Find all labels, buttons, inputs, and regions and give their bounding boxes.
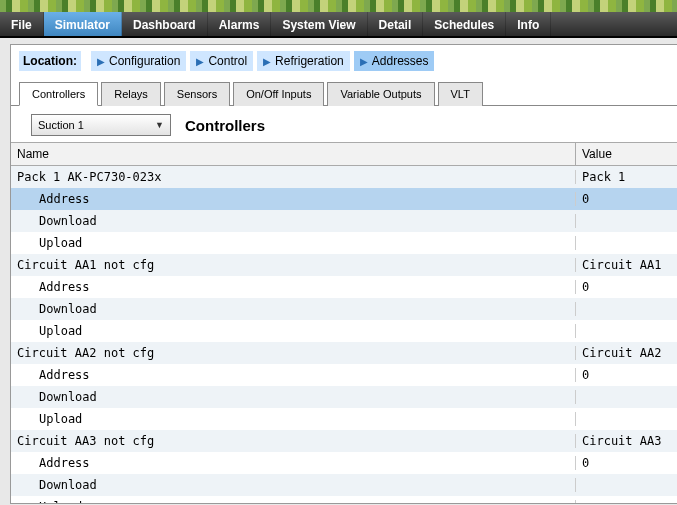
cell-value: 0 — [576, 192, 677, 206]
breadcrumb-item-configuration[interactable]: ▶Configuration — [91, 51, 186, 71]
table-row[interactable]: Pack 1 AK-PC730-023xPack 1 — [11, 166, 677, 188]
table-row[interactable]: Download — [11, 298, 677, 320]
table-row[interactable]: Download — [11, 474, 677, 496]
cell-name: Address — [11, 280, 576, 294]
breadcrumb-item-label: Addresses — [372, 54, 429, 68]
breadcrumb-arrow-icon: ▶ — [360, 56, 368, 67]
table-row[interactable]: Upload — [11, 320, 677, 342]
cell-name: Address — [11, 368, 576, 382]
breadcrumb-arrow-icon: ▶ — [263, 56, 271, 67]
table-row[interactable]: Address0 — [11, 276, 677, 298]
cell-value: Circuit AA1 — [576, 258, 677, 272]
tab-sensors[interactable]: Sensors — [164, 82, 230, 106]
menu-item-file[interactable]: File — [0, 12, 44, 36]
cell-name: Address — [11, 192, 576, 206]
breadcrumb: Location: ▶Configuration▶Control▶Refrige… — [11, 45, 677, 81]
table-row[interactable]: Address0 — [11, 188, 677, 210]
cell-name: Upload — [11, 412, 576, 426]
cell-name: Upload — [11, 500, 576, 503]
column-header-value[interactable]: Value — [576, 143, 677, 165]
table-header: Name Value — [11, 142, 677, 166]
cell-name: Pack 1 AK-PC730-023x — [11, 170, 576, 184]
cell-name: Download — [11, 478, 576, 492]
menu-item-info[interactable]: Info — [506, 12, 551, 36]
main-menubar: FileSimulatorDashboardAlarmsSystem ViewD… — [0, 12, 677, 38]
tabbar: ControllersRelaysSensorsOn/Off InputsVar… — [11, 81, 677, 106]
chevron-down-icon: ▼ — [155, 120, 164, 130]
cell-value: Circuit AA2 — [576, 346, 677, 360]
cell-name: Circuit AA3 not cfg — [11, 434, 576, 448]
tab-relays[interactable]: Relays — [101, 82, 161, 106]
breadcrumb-arrow-icon: ▶ — [97, 56, 105, 67]
breadcrumb-item-control[interactable]: ▶Control — [190, 51, 253, 71]
table-row[interactable]: Address0 — [11, 452, 677, 474]
table-row[interactable]: Circuit AA1 not cfgCircuit AA1 — [11, 254, 677, 276]
breadcrumb-arrow-icon: ▶ — [196, 56, 204, 67]
menu-item-schedules[interactable]: Schedules — [423, 12, 506, 36]
table-row[interactable]: Circuit AA3 not cfgCircuit AA3 — [11, 430, 677, 452]
decorative-top-border — [0, 0, 677, 12]
table-row[interactable]: Upload — [11, 496, 677, 503]
breadcrumb-item-refrigeration[interactable]: ▶Refrigeration — [257, 51, 350, 71]
cell-value: Pack 1 — [576, 170, 677, 184]
breadcrumb-item-label: Control — [208, 54, 247, 68]
menu-item-alarms[interactable]: Alarms — [208, 12, 272, 36]
menu-item-dashboard[interactable]: Dashboard — [122, 12, 208, 36]
cell-name: Download — [11, 390, 576, 404]
tab-vlt[interactable]: VLT — [438, 82, 483, 106]
dropdown-selected: Suction 1 — [38, 119, 84, 131]
menu-item-system-view[interactable]: System View — [271, 12, 367, 36]
breadcrumb-label: Location: — [19, 51, 81, 71]
cell-name: Address — [11, 456, 576, 470]
cell-name: Upload — [11, 324, 576, 338]
table-row[interactable]: Upload — [11, 232, 677, 254]
page-title: Controllers — [185, 117, 265, 134]
cell-value: 0 — [576, 280, 677, 294]
table-row[interactable]: Download — [11, 210, 677, 232]
cell-name: Circuit AA1 not cfg — [11, 258, 576, 272]
content-panel: Location: ▶Configuration▶Control▶Refrige… — [10, 44, 677, 504]
table-row[interactable]: Download — [11, 386, 677, 408]
tab-on-off-inputs[interactable]: On/Off Inputs — [233, 82, 324, 106]
breadcrumb-item-addresses[interactable]: ▶Addresses — [354, 51, 435, 71]
menu-item-simulator[interactable]: Simulator — [44, 12, 122, 36]
table-row[interactable]: Circuit AA2 not cfgCircuit AA2 — [11, 342, 677, 364]
breadcrumb-item-label: Refrigeration — [275, 54, 344, 68]
menu-item-detail[interactable]: Detail — [368, 12, 424, 36]
breadcrumb-item-label: Configuration — [109, 54, 180, 68]
tab-controllers[interactable]: Controllers — [19, 82, 98, 106]
cell-name: Upload — [11, 236, 576, 250]
cell-name: Circuit AA2 not cfg — [11, 346, 576, 360]
table-row[interactable]: Address0 — [11, 364, 677, 386]
table-body: Pack 1 AK-PC730-023xPack 1Address0Downlo… — [11, 166, 677, 503]
column-header-name[interactable]: Name — [11, 143, 576, 165]
cell-name: Download — [11, 214, 576, 228]
controllers-table: Name Value Pack 1 AK-PC730-023xPack 1Add… — [11, 142, 677, 503]
toolbar: Suction 1 ▼ Controllers — [11, 106, 677, 142]
tab-variable-outputs[interactable]: Variable Outputs — [327, 82, 434, 106]
cell-name: Download — [11, 302, 576, 316]
cell-value: 0 — [576, 456, 677, 470]
cell-value: 0 — [576, 368, 677, 382]
cell-value: Circuit AA3 — [576, 434, 677, 448]
suction-dropdown[interactable]: Suction 1 ▼ — [31, 114, 171, 136]
table-row[interactable]: Upload — [11, 408, 677, 430]
